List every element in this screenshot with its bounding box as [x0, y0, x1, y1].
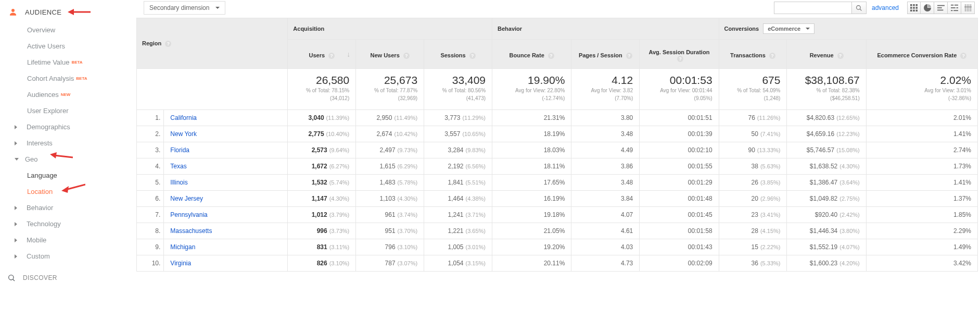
- sidebar-item-language[interactable]: Language: [0, 167, 127, 183]
- column-header-revenue[interactable]: Revenue ?: [787, 40, 866, 69]
- sidebar-item-user-explorer[interactable]: User Explorer: [0, 103, 127, 119]
- help-icon[interactable]: ?: [165, 41, 171, 47]
- view-pie-button[interactable]: [921, 2, 934, 14]
- cell-avg-duration: 00:01:43: [640, 239, 719, 255]
- view-comparison-button[interactable]: [948, 2, 961, 14]
- cell-sessions: 3,773(11.29%): [424, 110, 492, 126]
- report-content: Secondary dimension advanced: [127, 0, 980, 286]
- help-icon[interactable]: ?: [960, 53, 966, 59]
- help-icon[interactable]: ?: [328, 53, 335, 59]
- new-badge: NEW: [61, 92, 71, 97]
- svg-rect-25: [951, 7, 956, 8]
- sidebar-item-label: Geo: [25, 155, 38, 163]
- row-index: 6.: [137, 191, 164, 207]
- caret-down-icon: [15, 158, 19, 161]
- summary-transactions: 675% of Total: 54.09%(1,248): [719, 69, 787, 110]
- svg-rect-17: [910, 10, 912, 12]
- region-link[interactable]: New Jersey: [170, 195, 203, 202]
- help-icon[interactable]: ?: [469, 53, 476, 59]
- cell-ecr: 2.29%: [866, 223, 977, 239]
- sidebar-item-overview[interactable]: Overview: [0, 22, 127, 38]
- help-icon[interactable]: ?: [626, 53, 632, 59]
- sidebar-item-lifetime-value[interactable]: Lifetime ValueBETA: [0, 54, 127, 70]
- region-link[interactable]: Texas: [170, 163, 186, 170]
- cell-transactions: 76(11.26%): [719, 110, 787, 126]
- region-link[interactable]: Massachusetts: [170, 227, 212, 235]
- cell-ecr: 1.85%: [866, 207, 977, 223]
- cell-pages-session: 3.84: [571, 191, 640, 207]
- conversions-select[interactable]: eCommerce: [763, 23, 814, 34]
- help-icon[interactable]: ?: [837, 53, 844, 59]
- sidebar-section-discover[interactable]: DISCOVER: [0, 264, 127, 286]
- column-header-region[interactable]: Region ?: [137, 18, 288, 69]
- column-group-conversions: Conversions eCommerce: [719, 18, 977, 40]
- cell-ecr: 1.37%: [866, 191, 977, 207]
- table-row: 3.Florida2,573(9.64%)2,497(9.73%)3,284(9…: [137, 142, 978, 158]
- help-icon[interactable]: ?: [403, 53, 410, 59]
- region-link[interactable]: New York: [170, 130, 197, 138]
- sidebar-group-mobile[interactable]: Mobile: [0, 232, 127, 248]
- search-button[interactable]: [852, 2, 867, 14]
- sidebar-group-demographics[interactable]: Demographics: [0, 119, 127, 135]
- cell-revenue: $4,820.63(12.65%): [787, 110, 866, 126]
- sidebar-group-technology[interactable]: Technology: [0, 216, 127, 232]
- help-icon[interactable]: ?: [769, 53, 775, 59]
- sidebar-group-interests[interactable]: Interests: [0, 135, 127, 151]
- caret-right-icon: [15, 222, 19, 226]
- sidebar-group-behavior[interactable]: Behavior: [0, 200, 127, 216]
- cell-avg-duration: 00:02:09: [640, 255, 719, 272]
- svg-rect-27: [951, 10, 953, 11]
- column-header-pages-session[interactable]: Pages / Session ?: [571, 40, 640, 69]
- region-link[interactable]: California: [170, 114, 197, 121]
- sidebar-item-audiences[interactable]: AudiencesNEW: [0, 87, 127, 103]
- summary-blank-cell: [137, 69, 288, 110]
- cell-transactions: 20(2.96%): [719, 191, 787, 207]
- region-link[interactable]: Illinois: [170, 179, 187, 186]
- cell-transactions: 38(5.63%): [719, 158, 787, 175]
- cell-transactions: 15(2.22%): [719, 239, 787, 255]
- table-row: 2.New York2,775(10.40%)2,674(10.42%)3,55…: [137, 126, 978, 142]
- secondary-dimension-button[interactable]: Secondary dimension: [144, 1, 225, 15]
- sidebar-group-custom[interactable]: Custom: [0, 248, 127, 264]
- cell-bounce-rate: 21.05%: [492, 223, 571, 239]
- view-table-button[interactable]: [907, 2, 921, 14]
- audience-icon: [8, 7, 18, 17]
- bars-icon: [937, 4, 945, 11]
- view-pivot-button[interactable]: [961, 2, 975, 14]
- sidebar-group-geo[interactable]: Geo: [0, 151, 127, 167]
- sidebar-section-audience[interactable]: AUDIENCE: [0, 2, 127, 22]
- sidebar-item-location[interactable]: Location: [0, 183, 127, 200]
- column-header-sessions[interactable]: Sessions ?: [424, 40, 492, 69]
- svg-rect-24: [954, 5, 958, 6]
- column-header-new-users[interactable]: New Users ?: [356, 40, 424, 69]
- cell-region: Texas: [164, 158, 288, 175]
- region-link[interactable]: Virginia: [170, 260, 191, 267]
- column-header-ecr[interactable]: Ecommerce Conversion Rate ?: [866, 40, 977, 69]
- search-input[interactable]: [774, 2, 852, 14]
- column-header-users[interactable]: Users ?↓: [288, 40, 356, 69]
- cell-users: 2,775(10.40%): [288, 126, 356, 142]
- region-link[interactable]: Florida: [170, 146, 189, 154]
- sidebar-item-active-users[interactable]: Active Users: [0, 38, 127, 54]
- region-link[interactable]: Michigan: [170, 243, 195, 251]
- cell-pages-session: 4.03: [571, 239, 640, 255]
- header-label: Users: [309, 52, 325, 58]
- cell-region: Massachusetts: [164, 223, 288, 239]
- advanced-link[interactable]: advanced: [872, 4, 899, 11]
- region-link[interactable]: Pennsylvania: [170, 211, 207, 218]
- help-icon[interactable]: ?: [677, 56, 683, 62]
- cell-avg-duration: 00:02:10: [640, 142, 719, 158]
- column-header-bounce-rate[interactable]: Bounce Rate ?: [492, 40, 571, 69]
- cell-new-users: 2,497(9.73%): [356, 142, 424, 158]
- cell-region: Virginia: [164, 255, 288, 272]
- column-header-avg-duration[interactable]: Avg. Session Duration ?: [640, 40, 719, 69]
- help-icon[interactable]: ?: [548, 53, 554, 59]
- view-performance-button[interactable]: [934, 2, 948, 14]
- sidebar-item-cohort-analysis[interactable]: Cohort AnalysisBETA: [0, 70, 127, 87]
- cell-region: Florida: [164, 142, 288, 158]
- sidebar-item-label: Interests: [27, 139, 53, 147]
- cell-revenue: $4,659.16(12.23%): [787, 126, 866, 142]
- column-header-transactions[interactable]: Transactions ?: [719, 40, 787, 69]
- svg-marker-4: [50, 152, 57, 158]
- table-row: 4.Texas1,672(6.27%)1,615(6.29%)2,192(6.5…: [137, 158, 978, 175]
